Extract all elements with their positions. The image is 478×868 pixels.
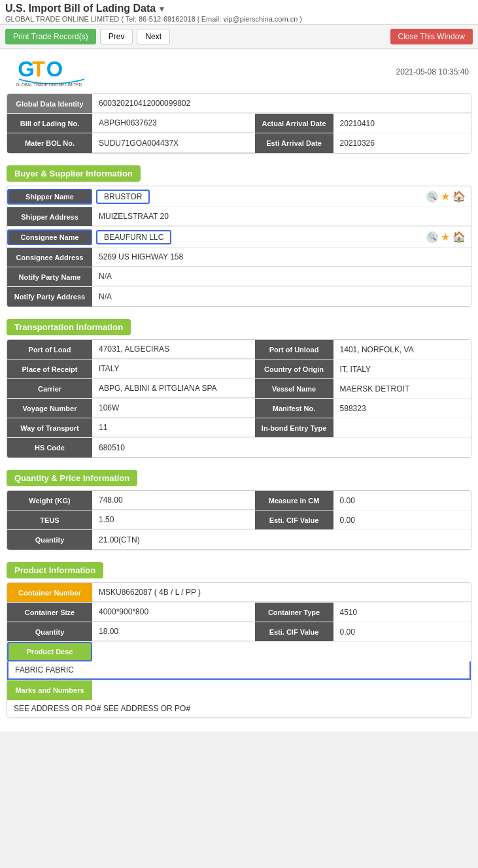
container-size-type-row: Container Size 4000*900*800 Container Ty… — [7, 603, 471, 622]
dropdown-arrow[interactable]: ▼ — [158, 5, 166, 14]
in-bond-label: In-bond Entry Type — [255, 418, 333, 437]
voyage-number-value: 106W — [92, 399, 255, 418]
star-icon-2[interactable]: ★ — [441, 231, 450, 243]
marks-value-area — [92, 680, 471, 700]
close-button[interactable]: Close This Window — [390, 29, 473, 44]
notify-party-address-label: Notify Party Address — [7, 287, 92, 307]
home-icon[interactable]: 🏠 — [452, 190, 466, 203]
shipper-name-label: Shipper Name — [7, 189, 92, 205]
product-quantity-label: Quantity — [7, 622, 92, 641]
container-type-label: Container Type — [255, 603, 333, 622]
measure-value: 0.00 — [333, 491, 471, 510]
datetime: 2021-05-08 10:35:40 — [396, 67, 469, 76]
bol-label: Bill of Lading No. — [7, 114, 92, 133]
esti-arrival-value: 20210326 — [333, 133, 471, 153]
shipper-address-row: Shipper Address MUIZELSTRAAT 20 — [7, 207, 471, 227]
quantity-price-card: Weight (KG) 748.00 Measure in CM 0.00 TE… — [7, 490, 471, 550]
marks-label: Marks and Numbers — [7, 680, 92, 700]
mater-bol-label: Mater BOL No. — [7, 133, 92, 153]
notify-party-name-label: Notify Party Name — [7, 267, 92, 286]
carrier-label: Carrier — [7, 379, 92, 398]
star-icon[interactable]: ★ — [441, 190, 450, 203]
way-of-transport-value: 11 — [92, 418, 255, 437]
teus-label: TEUS — [7, 510, 92, 529]
carrier-value: ABPG, ALBINI & PITGLIANA SPA — [92, 379, 255, 398]
product-desc-value-area — [92, 642, 471, 661]
hs-code-value: 680510 — [92, 438, 471, 458]
bol-value: ABPGH0637623 — [92, 114, 255, 133]
prev-button[interactable]: Prev — [100, 29, 133, 44]
consignee-name-value: BEAUFURN LLC — [96, 230, 171, 244]
logo-area: G T O GLOBAL TRADE ONLINE LIMITED — [9, 56, 94, 88]
toolbar: Print Trade Record(s) Prev Next Close Th… — [0, 25, 478, 49]
notify-party-name-row: Notify Party Name N/A — [7, 267, 471, 287]
consignee-icons: 🔍 ★ 🏠 — [426, 231, 471, 243]
weight-label: Weight (KG) — [7, 491, 92, 510]
place-of-receipt-value: ITALY — [92, 359, 255, 378]
transportation-header: Transportation Information — [7, 319, 131, 335]
manifest-no-label: Manifest No. — [255, 399, 333, 418]
next-button[interactable]: Next — [137, 29, 170, 44]
svg-text:T: T — [32, 57, 45, 81]
shipper-address-label: Shipper Address — [7, 207, 92, 226]
container-size-value: 4000*900*800 — [92, 603, 255, 622]
transportation-card: Port of Load 47031, ALGECIRAS Port of Un… — [7, 339, 471, 458]
home-icon-2[interactable]: 🏠 — [452, 231, 466, 243]
quantity-label: Quantity — [7, 530, 92, 550]
quantity-row: Quantity 21.00(CTN) — [7, 530, 471, 550]
quantity-price-header: Quantity & Price Information — [7, 470, 137, 486]
measure-label: Measure in CM — [255, 491, 333, 510]
buyer-supplier-card: Shipper Name BRUSTOR 🔍 ★ 🏠 Shipper Addre… — [7, 186, 471, 307]
logo-icon: G T O GLOBAL TRADE ONLINE LIMITED — [9, 56, 94, 88]
voyage-manifest-row: Voyage Number 106W Manifest No. 588323 — [7, 399, 471, 418]
hs-code-row: HS Code 680510 — [7, 438, 471, 458]
country-of-origin-value: IT, ITALY — [333, 359, 471, 378]
mater-bol-value: SUDU71GOA004437X — [92, 133, 255, 153]
svg-text:O: O — [46, 57, 63, 81]
consignee-address-label: Consignee Address — [7, 248, 92, 267]
vessel-name-value: MAERSK DETROIT — [333, 379, 471, 398]
global-id-label: Global Data Identity — [7, 94, 92, 113]
quantity-value: 21.00(CTN) — [92, 530, 471, 550]
product-quantity-value: 18.00 — [92, 622, 255, 641]
country-of-origin-label: Country of Origin — [255, 359, 333, 378]
subtitle: GLOBAL TRADE ONLINE LIMITED ( Tel: 86-51… — [5, 15, 473, 23]
teus-cif-row: TEUS 1.50 Esti. CIF Value 0.00 — [7, 510, 471, 530]
container-size-label: Container Size — [7, 603, 92, 622]
product-esti-cif-label: Esti. CIF Value — [255, 622, 333, 641]
identity-card: Global Data Identity 6003202104120000998… — [7, 93, 471, 154]
place-of-receipt-label: Place of Receipt — [7, 359, 92, 378]
port-of-load-value: 47031, ALGECIRAS — [92, 340, 255, 359]
product-card: Container Number MSKU8662087 ( 4B / L / … — [7, 582, 471, 718]
hs-code-label: HS Code — [7, 438, 92, 458]
notify-party-address-row: Notify Party Address N/A — [7, 287, 471, 307]
consignee-address-row: Consignee Address 5269 US HIGHWAY 158 — [7, 248, 471, 267]
esti-cif-value: 0.00 — [333, 510, 471, 529]
weight-value: 748.00 — [92, 491, 255, 510]
product-desc-label[interactable]: Product Desc — [7, 642, 92, 661]
vessel-name-label: Vessel Name — [255, 379, 333, 398]
search-icon[interactable]: 🔍 — [426, 191, 438, 203]
port-of-unload-label: Port of Unload — [255, 340, 333, 359]
shipper-name-value: BRUSTOR — [96, 190, 150, 204]
search-icon-2[interactable]: 🔍 — [426, 231, 438, 243]
global-id-value: 600320210412000099802 — [92, 94, 471, 113]
header-row: G T O GLOBAL TRADE ONLINE LIMITED 2021-0… — [7, 56, 471, 88]
notify-party-address-value: N/A — [92, 287, 471, 307]
print-button[interactable]: Print Trade Record(s) — [5, 29, 96, 44]
consignee-name-label: Consignee Name — [7, 229, 92, 245]
product-desc-value: FABRIC FABRIC — [7, 661, 471, 680]
consignee-address-value: 5269 US HIGHWAY 158 — [92, 248, 471, 267]
container-number-label: Container Number — [7, 583, 92, 602]
shipper-name-row: Shipper Name BRUSTOR 🔍 ★ 🏠 — [7, 186, 471, 207]
carrier-vessel-row: Carrier ABPG, ALBINI & PITGLIANA SPA Ves… — [7, 379, 471, 399]
shipper-address-value: MUIZELSTRAAT 20 — [92, 207, 471, 226]
top-bar: U.S. Import Bill of Lading Data ▼ GLOBAL… — [0, 0, 478, 25]
mater-bol-row: Mater BOL No. SUDU71GOA004437X Esti Arri… — [7, 133, 471, 153]
container-type-value: 4510 — [333, 603, 471, 622]
port-of-unload-value: 1401, NORFOLK, VA — [333, 340, 471, 359]
actual-arrival-label: Actual Arrival Date — [255, 114, 333, 133]
notify-party-name-value: N/A — [92, 267, 471, 286]
product-header: Product Information — [7, 562, 103, 578]
esti-cif-label: Esti. CIF Value — [255, 510, 333, 529]
